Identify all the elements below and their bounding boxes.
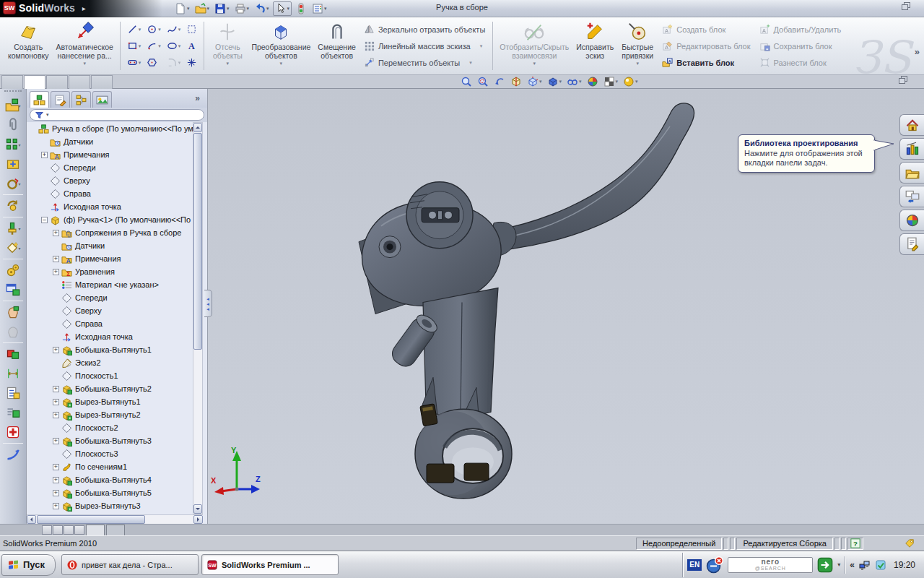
tree-item[interactable]: + Σ Уравнения	[27, 265, 207, 278]
tree-item[interactable]: – (ф) Ручка<1> (По умолчанию<<По	[27, 213, 207, 226]
tab-layout[interactable]	[24, 75, 45, 89]
sketch-fillet-button[interactable]: ▾	[165, 54, 183, 71]
sketch-selection-button[interactable]: ▾	[184, 21, 199, 38]
taskbar-solidworks-button[interactable]: SWSolidWorks Premium ...	[201, 554, 339, 575]
tree-item[interactable]: Сверху	[27, 174, 207, 187]
fastener-button[interactable]: ▾	[2, 219, 24, 238]
tree-item[interactable]: Справа	[27, 187, 207, 200]
tree-item[interactable]: Плоскость1	[27, 369, 207, 382]
tree-item[interactable]: + A Примечания	[27, 148, 207, 161]
tree-expander[interactable]: +	[53, 477, 59, 483]
display-style-button[interactable]: ▾	[547, 76, 562, 87]
tree-item[interactable]: Справа	[27, 317, 207, 330]
save-button[interactable]: ▾	[213, 2, 231, 15]
quick-snaps-button[interactable]: Быстрые привязки ▾	[617, 19, 658, 73]
bill-of-materials-button[interactable]: ▾	[2, 384, 24, 402]
taskpane-home-button[interactable]	[899, 114, 924, 136]
scroll-right-arrow[interactable]	[193, 515, 203, 524]
tree-expander[interactable]: +	[41, 152, 48, 158]
search-dropdown-arrow[interactable]: ▾	[837, 561, 840, 568]
tree-item[interactable]: + Вырез-Вытянуть1	[27, 395, 207, 408]
sync-tray-icon[interactable]	[875, 559, 886, 571]
scrollbar-thumb[interactable]	[193, 133, 202, 350]
nero-search-box[interactable]: nero @SEARCH	[728, 557, 813, 573]
insert-block-button[interactable]: AВставить блок	[662, 56, 750, 70]
tree-item[interactable]: Спереди	[27, 161, 207, 174]
tab-nav-button[interactable]	[42, 525, 52, 535]
sketch-slot-button[interactable]: ▾	[125, 54, 144, 71]
move-component-button[interactable]: ▾	[2, 174, 24, 193]
taskbar-opera-button[interactable]: привет как дела - Стра...	[61, 554, 199, 575]
offset-entities-button[interactable]: Смещение объектов	[314, 19, 359, 73]
edit-block-button[interactable]: AРедактировать блок	[662, 39, 750, 53]
assembly-features-button[interactable]: ▾	[2, 280, 24, 299]
motion-study-tab[interactable]	[106, 525, 125, 535]
propertymanager-tab[interactable]	[51, 91, 70, 108]
auto-dimension-button[interactable]: Автоматическое нанесение ра... ▾	[52, 19, 116, 73]
taskpane-custom-properties-button[interactable]	[899, 233, 924, 255]
sketch-text-button[interactable]: A▾	[184, 38, 199, 54]
mate-button[interactable]: ▾	[2, 116, 24, 134]
taskpane-file-explorer-button[interactable]	[899, 162, 924, 184]
smart-fasteners-button[interactable]: ▾	[2, 155, 24, 173]
tree-expander[interactable]: +	[53, 412, 59, 418]
zoom-to-fit-button[interactable]: ▾	[461, 76, 472, 87]
tree-expander[interactable]: +	[53, 256, 59, 262]
tree-vertical-scrollbar[interactable]	[193, 122, 203, 514]
explode-block-button[interactable]: Разнести блок	[759, 56, 842, 70]
language-indicator[interactable]: EN	[687, 559, 702, 571]
motion-study-button[interactable]: ▾	[2, 261, 24, 280]
panel-overflow-chevron[interactable]: »	[195, 93, 200, 103]
sketch-arc-button[interactable]: ▾	[144, 38, 163, 54]
tree-item[interactable]: + Бобышка-Вытянуть1	[27, 343, 207, 356]
scroll-left-arrow[interactable]	[27, 515, 36, 524]
model-tab[interactable]	[86, 525, 105, 535]
hide-show-items-button[interactable]: ▾	[567, 76, 582, 87]
insert-components-button[interactable]: ▾	[2, 96, 24, 115]
section-view-button[interactable]: ▾	[510, 76, 522, 87]
restore-button[interactable]	[902, 2, 910, 9]
select-button[interactable]: ▾	[273, 1, 292, 16]
mirror-entities-button[interactable]: Зеркально отразить объекты▾	[364, 22, 485, 37]
previous-view-button[interactable]: ▾	[494, 76, 505, 87]
tree-item[interactable]: Эскиз2	[27, 356, 207, 369]
tree-expander[interactable]: +	[53, 269, 59, 275]
sketch-circle-button[interactable]: ▾	[144, 21, 163, 38]
tree-item[interactable]: + Бобышка-Вытянуть5	[27, 486, 207, 499]
component-pattern-button[interactable]: ▾	[2, 135, 24, 154]
tray-expand-chevron[interactable]: «	[850, 560, 855, 570]
doc-restore-button[interactable]	[899, 76, 907, 83]
panel-collapse-handle[interactable]: ◂◂◂	[204, 290, 212, 317]
configurationmanager-tab[interactable]	[71, 91, 91, 108]
sketch-line-button[interactable]: ▾	[125, 21, 144, 38]
apply-scene-button[interactable]: ▾	[603, 76, 619, 87]
filter-dropdown-arrow[interactable]: ▾	[46, 112, 49, 118]
tree-expander[interactable]: +	[53, 347, 59, 353]
tree-item[interactable]: Материал <не указан>	[27, 278, 207, 291]
tab-evaluate[interactable]	[69, 75, 90, 89]
rotate-component-button[interactable]: ▾	[2, 197, 24, 215]
tab-assembly[interactable]	[1, 75, 23, 89]
diagnostics-button[interactable]: ▾	[2, 423, 24, 441]
tree-item[interactable]: + A Примечания	[27, 252, 207, 265]
sketch-polygon-button[interactable]: ▾	[144, 54, 163, 71]
new-document-button[interactable]: ▾	[173, 2, 191, 15]
scrollbar-thumb[interactable]	[37, 515, 145, 524]
open-button[interactable]: ▾	[193, 2, 212, 15]
zoom-to-area-button[interactable]: ▾	[477, 76, 489, 87]
sketch-point-button[interactable]: ▾	[184, 54, 199, 71]
view-settings-button[interactable]: ▾	[623, 76, 638, 87]
tree-item[interactable]: Сверху	[27, 304, 207, 317]
options-button[interactable]: ▾	[310, 2, 328, 15]
tab-nav-button[interactable]	[74, 525, 84, 535]
taskpane-view-palette-button[interactable]	[899, 186, 924, 207]
tree-expander[interactable]: –	[41, 217, 48, 223]
toolbar-grip[interactable]	[4, 90, 22, 95]
blocked-messenger-icon[interactable]	[706, 556, 723, 574]
reference-geometry-button[interactable]: ▾	[2, 238, 24, 257]
edit-appearance-button[interactable]: ▾	[587, 76, 598, 87]
featuremanager-tab[interactable]	[30, 91, 49, 108]
drag-component-button[interactable]: ▾	[2, 322, 24, 341]
tree-item[interactable]: Спереди	[27, 291, 207, 304]
sketch-rectangle-button[interactable]: ▾	[125, 38, 144, 54]
